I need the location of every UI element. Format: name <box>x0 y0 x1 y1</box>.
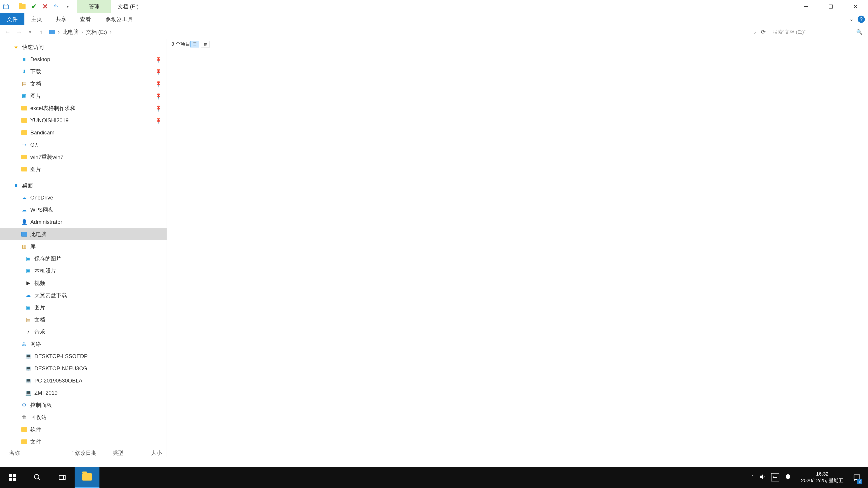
nav-folder-item[interactable]: 软件 <box>0 423 166 435</box>
column-header-date[interactable]: 修改日期 <box>75 449 112 457</box>
address-bar-row: ← → ▾ ↑ › 此电脑 › 文档 (E:) › ⌄ ⟳ 搜索"文档 (E:)… <box>0 25 868 39</box>
nav-recent-chevron-icon[interactable]: ▾ <box>24 26 36 38</box>
nav-forward-button[interactable]: → <box>13 26 24 38</box>
nav-quick-access[interactable]: ★快速访问 <box>0 41 166 53</box>
help-icon[interactable]: ? <box>858 15 865 23</box>
ribbon-tab-share-label: 共享 <box>56 15 66 23</box>
action-center-button[interactable]: 3 <box>849 467 865 488</box>
nav-pinned-item[interactable]: ▤文档📌 <box>0 78 166 90</box>
nav-pinned-item[interactable]: excel表格制作求和📌 <box>0 102 166 114</box>
view-large-icons-button[interactable]: ▦ <box>201 41 210 47</box>
nav-lib-item[interactable]: ☁天翼云盘下载 <box>0 289 166 301</box>
nav-network[interactable]: 🖧网络 <box>0 338 166 350</box>
ribbon-tab-home[interactable]: 主页 <box>24 13 49 25</box>
show-desktop-peek[interactable] <box>865 467 868 488</box>
nav-net-item[interactable]: 💻DESKTOP-NJEU3CG <box>0 362 166 375</box>
nav-lib-item[interactable]: ▣保存的图片 <box>0 253 166 265</box>
breadcrumb-sep-icon[interactable]: › <box>109 29 112 35</box>
nav-label: 图片 <box>30 166 41 173</box>
tray-ime-indicator[interactable]: 中 <box>771 473 779 482</box>
breadcrumb-sep-icon[interactable]: › <box>81 29 84 35</box>
nav-wps[interactable]: ☁WPS网盘 <box>0 204 166 216</box>
nav-folder-item[interactable]: 文件 <box>0 435 166 448</box>
pin-icon: 📌 <box>154 80 162 88</box>
nav-label: G:\ <box>30 142 37 148</box>
navigation-pane[interactable]: ★快速访问 ■Desktop📌 ⬇下载📌 ▤文档📌 ▣图片📌 excel表格制作… <box>0 39 167 457</box>
nav-lib-item[interactable]: ▤文档 <box>0 314 166 326</box>
tray-chevron-up-icon[interactable]: ˄ <box>751 474 754 481</box>
nav-desktop[interactable]: ■桌面 <box>0 180 166 192</box>
nav-onedrive[interactable]: ☁OneDrive <box>0 192 166 204</box>
ribbon-tab-share[interactable]: 共享 <box>49 13 73 25</box>
search-input[interactable]: 搜索"文档 (E:)" 🔍 <box>770 27 865 37</box>
nav-pinned-item[interactable]: ⬇下载📌 <box>0 66 166 78</box>
app-icon <box>1 2 10 11</box>
qat-folder-icon[interactable] <box>18 2 27 11</box>
nav-net-item[interactable]: 💻ZMT2019 <box>0 387 166 399</box>
nav-control-panel[interactable]: ⚙控制面板 <box>0 399 166 411</box>
nav-lib-item[interactable]: ♪音乐 <box>0 326 166 338</box>
taskbar-search-button[interactable] <box>25 467 50 488</box>
taskbar-explorer-button[interactable] <box>74 467 99 488</box>
close-button[interactable] <box>843 0 868 13</box>
search-icon[interactable]: 🔍 <box>856 29 862 35</box>
tray-security-icon[interactable] <box>785 474 791 481</box>
nav-lib-item[interactable]: ▶视频 <box>0 277 166 289</box>
nav-net-item[interactable]: 💻DESKTOP-LSSOEDP <box>0 350 166 362</box>
maximize-button[interactable] <box>818 0 843 13</box>
column-header-type[interactable]: 类型 <box>113 449 144 457</box>
svg-rect-1 <box>829 5 832 8</box>
breadcrumb-segment[interactable]: 此电脑 <box>62 29 79 36</box>
svg-rect-4 <box>9 474 12 477</box>
nav-label: 库 <box>30 243 36 250</box>
nav-label: 网络 <box>30 340 41 348</box>
nav-recent-item[interactable]: win7重装win7 <box>0 151 166 163</box>
ribbon-tab-drive-tools[interactable]: 驱动器工具 <box>98 13 141 25</box>
nav-libraries[interactable]: ▥库 <box>0 240 166 253</box>
svg-marker-12 <box>760 475 763 479</box>
search-placeholder: 搜索"文档 (E:)" <box>773 29 806 35</box>
qat-undo-icon[interactable] <box>52 2 61 11</box>
nav-this-pc[interactable]: 此电脑 <box>0 228 166 240</box>
nav-pinned-item[interactable]: ■Desktop📌 <box>0 53 166 66</box>
breadcrumb-segment[interactable]: 文档 (E:) <box>86 29 107 36</box>
nav-recent-item[interactable]: ⇢G:\ <box>0 139 166 151</box>
ribbon-tab-view[interactable]: 查看 <box>73 13 98 25</box>
column-header-name[interactable]: 名称 ˄ <box>0 449 75 457</box>
nav-recycle-bin[interactable]: 🗑回收站 <box>0 411 166 423</box>
nav-recent-item[interactable]: Bandicam <box>0 127 166 139</box>
minimize-button[interactable] <box>794 0 818 13</box>
addr-history-chevron-icon[interactable]: ⌄ <box>753 29 757 35</box>
nav-lib-item[interactable]: ▣图片 <box>0 301 166 314</box>
pin-icon: 📌 <box>154 117 162 125</box>
nav-label: 视频 <box>34 280 45 287</box>
qat-delete-icon[interactable]: ✕ <box>40 2 50 11</box>
nav-net-item[interactable]: 💻PC-20190530OBLA <box>0 375 166 387</box>
breadcrumb-drive-icon <box>49 30 55 34</box>
column-header-size[interactable]: 大小 <box>144 449 166 457</box>
task-view-button[interactable] <box>50 467 74 488</box>
qat-properties-icon[interactable]: ✔ <box>29 2 38 11</box>
nav-pinned-item[interactable]: ▣图片📌 <box>0 90 166 102</box>
ribbon-collapse-chevron-icon[interactable]: ⌄ <box>849 15 854 23</box>
ribbon-context-tab-manage[interactable]: 管理 <box>77 0 111 13</box>
ribbon-tab-file[interactable]: 文件 <box>0 13 24 25</box>
nav-back-button[interactable]: ← <box>2 26 13 38</box>
svg-rect-13 <box>854 475 860 480</box>
nav-user[interactable]: 👤Administrator <box>0 216 166 228</box>
nav-label: 文件 <box>30 438 41 445</box>
svg-rect-10 <box>59 475 63 480</box>
nav-recent-item[interactable]: 图片 <box>0 163 166 175</box>
start-button[interactable] <box>0 467 25 488</box>
column-header-label: 修改日期 <box>75 450 96 456</box>
view-details-button[interactable]: ☰ <box>190 41 199 47</box>
breadcrumb-sep-icon[interactable]: › <box>57 29 61 35</box>
nav-lib-item[interactable]: ▣本机照片 <box>0 265 166 277</box>
nav-pinned-item[interactable]: YUNQISHI2019📌 <box>0 114 166 127</box>
breadcrumb[interactable]: › 此电脑 › 文档 (E:) › <box>47 29 753 36</box>
qat-customize-chevron-icon[interactable]: ▾ <box>63 2 72 11</box>
taskbar-clock[interactable]: 16:32 2020/12/25, 星期五 <box>796 471 849 484</box>
refresh-icon[interactable]: ⟳ <box>761 29 766 35</box>
tray-volume-icon[interactable] <box>760 474 766 481</box>
nav-up-button[interactable]: ↑ <box>36 26 47 38</box>
